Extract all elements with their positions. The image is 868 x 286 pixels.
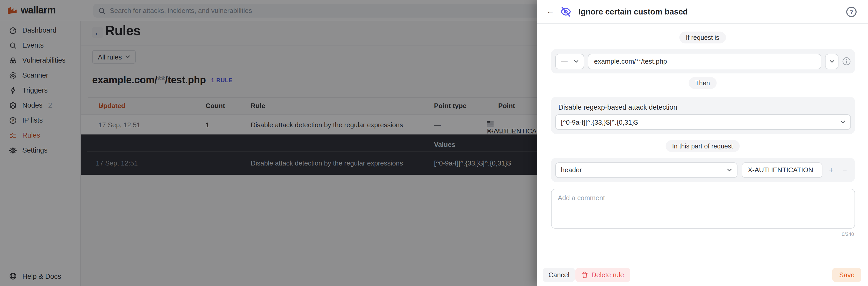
chevron-down-icon	[727, 168, 732, 172]
action-label: Disable regexp-based attack detection	[558, 103, 677, 111]
chevron-down-icon	[829, 60, 834, 63]
condition-card: —	[551, 49, 855, 73]
comment-textarea[interactable]	[551, 189, 855, 228]
condition-mode-select[interactable]	[825, 53, 838, 69]
drawer-header: ← Ignore certain custom based ?	[537, 0, 868, 24]
cancel-button[interactable]: Cancel	[543, 268, 575, 282]
app-window: wallarm Search for attacks, incidents, a…	[0, 0, 868, 286]
chevron-down-icon	[841, 120, 845, 123]
eye-off-icon	[560, 6, 572, 17]
chevron-down-icon	[574, 60, 579, 63]
condition-operator-select[interactable]: —	[555, 53, 584, 69]
remove-part-button[interactable]: −	[840, 166, 849, 174]
help-icon[interactable]: ?	[846, 7, 857, 17]
drawer-footer: Cancel Delete rule Save	[537, 262, 868, 286]
edit-rule-drawer: ← Ignore certain custom based ? If reque…	[537, 0, 868, 286]
action-card: Disable regexp-based attack detection [^…	[551, 97, 855, 134]
drawer-title: Ignore certain custom based	[579, 7, 688, 16]
uri-input[interactable]	[588, 53, 822, 69]
request-part-pill: In this part of request	[665, 140, 740, 152]
request-part-card: header + −	[551, 158, 855, 182]
trash-icon	[582, 272, 588, 278]
regex-select[interactable]: [^0-9a-f]|^.{33,}$|^.{0,31}$	[555, 114, 851, 130]
info-icon[interactable]	[842, 57, 851, 66]
then-pill: Then	[688, 77, 717, 89]
save-button[interactable]: Save	[833, 268, 861, 282]
comment-char-counter: 0/240	[842, 231, 854, 237]
part-value-input[interactable]	[742, 162, 823, 178]
if-request-is-pill: If request is	[679, 32, 726, 43]
back-arrow-icon: ←	[547, 6, 554, 15]
drawer-back-button[interactable]: ←	[547, 6, 554, 15]
add-part-button[interactable]: +	[827, 166, 836, 174]
delete-rule-button[interactable]: Delete rule	[576, 268, 630, 282]
part-type-select[interactable]: header	[555, 162, 738, 178]
